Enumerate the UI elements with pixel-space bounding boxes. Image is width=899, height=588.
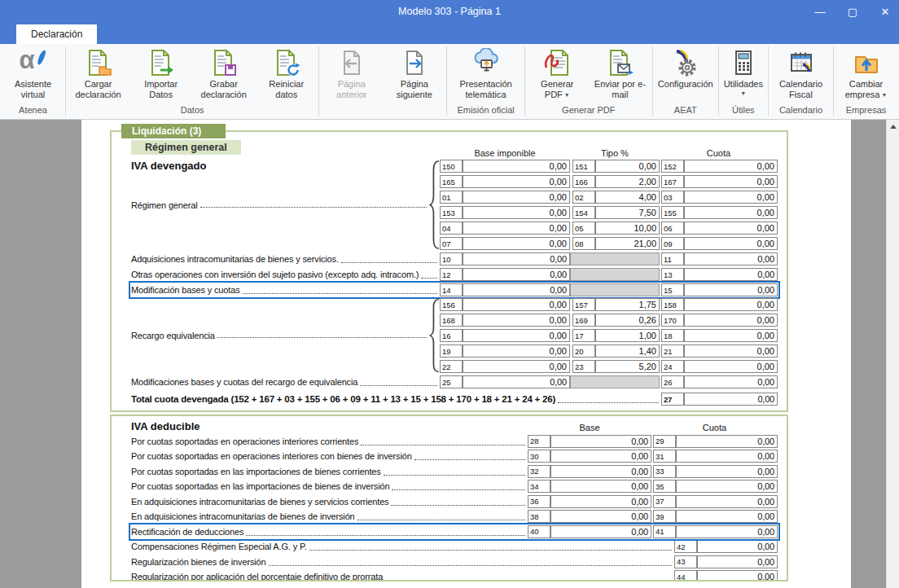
tipo-field[interactable]: 0,26 [595,314,660,327]
base-field[interactable]: 0,00 [550,495,651,508]
cuota-field[interactable]: 0,00 [684,360,778,373]
cuota-field[interactable]: 0,00 [676,435,778,448]
cuota-field[interactable]: 0,00 [684,298,778,311]
grabar-declaracion-button[interactable]: Grabar declaración [192,46,255,102]
close-icon[interactable]: ✕ [878,4,892,19]
base-field[interactable]: 0,00 [463,222,570,235]
scroll-up-button[interactable] [887,120,899,133]
base-field[interactable]: 0,00 [463,160,570,173]
base-field[interactable]: 0,00 [463,283,570,296]
base-field[interactable]: 0,00 [463,175,570,188]
cuota-field[interactable]: 0,00 [684,206,778,219]
aeat-gear-icon [671,48,700,77]
cuota-field[interactable]: 0,00 [684,175,778,188]
base-field[interactable]: 0,00 [463,329,570,342]
box-code: 151 [572,160,595,173]
base-field[interactable]: 0,00 [550,510,651,523]
base-field[interactable]: 0,00 [463,298,570,311]
dotted-leader [361,444,525,445]
tipo-field[interactable]: 4,00 [595,191,660,204]
box-code: 40 [528,525,550,538]
tipo-field[interactable]: 2,00 [595,175,660,188]
calendario-fiscal-button[interactable]: Calendario Fiscal [770,46,832,102]
box-code: 44 [674,570,697,581]
cuota-field[interactable]: 0,00 [684,344,778,358]
cuota-field[interactable]: 0,00 [684,191,778,204]
cuota-field[interactable]: 0,00 [676,495,778,508]
box-code: 153 [440,206,463,219]
base-field[interactable]: 0,00 [463,314,570,327]
cuota-field[interactable]: 0,00 [684,237,778,250]
cuota-field[interactable]: 0,00 [684,283,778,296]
cuota-field[interactable]: 0,00 [676,480,778,493]
tipo-field[interactable]: 1,75 [595,298,660,311]
cuota-field[interactable]: 0,00 [676,525,778,538]
cuota-field[interactable]: 0,00 [697,555,778,568]
vertical-scrollbar[interactable] [886,120,899,588]
tab-strip: Declaración [0,23,899,44]
cuota-field[interactable]: 0,00 [676,465,778,478]
importar-datos-button[interactable]: Importar Datos [129,46,192,102]
base-field[interactable]: 0,00 [463,360,570,373]
dotted-leader [385,579,672,581]
table-row: Por cuotas soportadas en operaciones int… [131,450,778,463]
configuracion-button[interactable]: Configuración [654,46,717,91]
base-field[interactable]: 0,00 [550,480,651,493]
cambiar-empresa-button[interactable]: Cambiar empresa▼ [835,46,897,102]
table-row: Por cuotas soportadas en las importacion… [131,465,778,478]
cuota-field[interactable]: 0,00 [684,268,778,281]
tipo-field[interactable]: 21,00 [595,237,660,250]
document-import-arrow-icon [147,48,176,77]
base-field[interactable]: 0,00 [550,465,651,478]
tipo-field[interactable]: 1,40 [595,344,660,358]
table-row: 1500,001510,001520,00 [440,160,778,173]
box-code: 31 [653,450,676,463]
cuota-field[interactable]: 0,00 [684,329,778,342]
base-field[interactable]: 0,00 [463,252,570,265]
base-field[interactable]: 0,00 [463,344,570,358]
cuota-field[interactable]: 0,00 [676,510,778,523]
cuota-field[interactable]: 0,00 [684,160,778,173]
cuota-field[interactable]: 0,00 [684,393,778,406]
cargar-declaracion-button[interactable]: Cargar declaración [67,46,129,102]
cuota-field[interactable]: 0,00 [684,252,778,265]
page-previous-icon [337,48,366,77]
base-field[interactable]: 0,00 [463,237,570,250]
utilidades-button[interactable]: Utilidades ▼ [720,46,767,98]
enviar-email-button[interactable]: Enviar por e-mail [589,46,651,102]
pagina-anterior-button[interactable]: Página anterior [320,46,383,102]
base-field[interactable]: 0,00 [550,435,651,448]
group-label-utiles: Útiles [720,105,767,119]
pagina-siguiente-button[interactable]: Página siguiente [383,46,445,102]
maximize-icon[interactable]: ▢ [845,4,860,19]
box-code: 167 [661,175,684,188]
reiniciar-datos-button[interactable]: Reiniciar datos [255,46,318,102]
base-field[interactable]: 0,00 [550,450,651,463]
brace-icon [429,298,440,373]
tipo-field[interactable]: 5,20 [595,360,660,373]
minimize-icon[interactable]: — [813,4,827,19]
asistente-virtual-button[interactable]: α Asistente virtual [2,46,64,102]
tipo-field[interactable]: 7,50 [595,206,660,219]
base-field[interactable]: 0,00 [463,191,570,204]
generar-pdf-button[interactable]: Generar PDF▼ [526,46,589,102]
table-row: En adquisiciones intracomunitarias de bi… [131,510,778,523]
tipo-field[interactable]: 0,00 [595,160,660,173]
cuota-field[interactable]: 0,00 [684,314,778,327]
tipo-field[interactable]: 10,00 [595,222,660,235]
presentacion-telematica-button[interactable]: Presentación telemática [448,46,523,102]
cuota-field[interactable]: 0,00 [697,540,778,553]
total-cuota-devengada-row: Total cuota devengada (152 + 167 + 03 + … [131,393,778,406]
base-field[interactable]: 0,00 [463,375,570,388]
cuota-field[interactable]: 0,00 [684,375,778,388]
box-code: 01 [440,191,463,204]
base-field[interactable]: 0,00 [550,525,651,538]
base-field[interactable]: 0,00 [463,206,570,219]
cuota-field[interactable]: 0,00 [676,450,778,463]
base-field[interactable]: 0,00 [463,268,570,281]
cuota-field[interactable]: 0,00 [684,222,778,235]
section-title-chip: Liquidación (3) [121,124,226,138]
tipo-field[interactable]: 1,00 [595,329,660,342]
cuota-field[interactable]: 0,00 [697,570,778,581]
tab-declaracion[interactable]: Declaración [16,24,97,44]
